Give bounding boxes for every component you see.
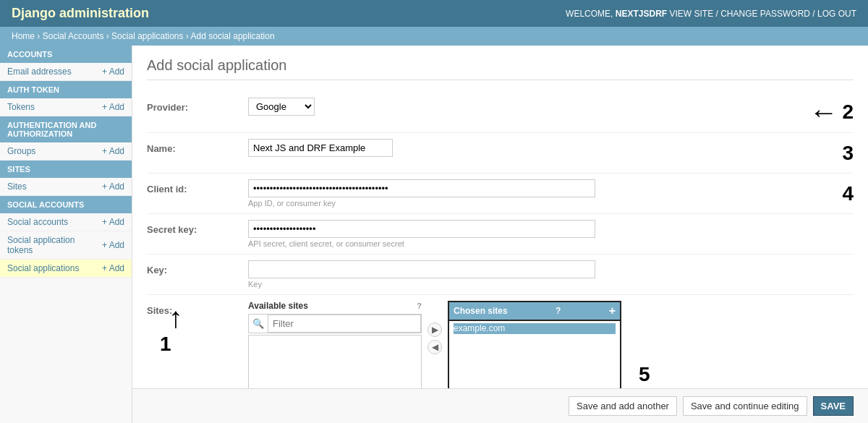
provider-field: Amazon Dropbox Facebook GitHub Google In… [248,98,794,116]
groups-link[interactable]: Groups [7,146,35,156]
sidebar: ACCOUNTS Email addresses + Add AUTH TOKE… [0,46,132,423]
save-button[interactable]: SAVE [813,396,854,416]
client-id-field: App ID, or consumer key [248,179,835,208]
name-row: Name: 3 [147,133,854,174]
tokens-add-link[interactable]: + Add [102,102,124,112]
sites-filter-input[interactable] [268,315,421,333]
sidebar-item-social-accounts: Social accounts + Add [0,213,132,231]
sites-add-link[interactable]: + Add [102,181,124,192]
available-sites-title: Available sites ? [248,301,422,311]
secret-key-row: Secret key: API secret, client secret, o… [147,214,854,255]
name-label: Name: [147,139,248,154]
provider-row: Provider: Amazon Dropbox Facebook GitHub… [147,92,854,133]
chosen-sites-help-icon: ? [556,306,561,316]
log-out-link[interactable]: LOG OUT [817,9,856,19]
site-title: Django administration [12,6,149,21]
secret-key-label: Secret key: [147,220,248,235]
social-app-tokens-add-link[interactable]: + Add [102,240,124,250]
client-id-input[interactable] [248,179,595,197]
header: Django administration WELCOME, NEXTJSDRF… [0,0,868,27]
breadcrumb-current: Add social application [191,31,275,41]
welcome-text: WELCOME, [566,9,613,19]
key-field: Key [248,260,854,289]
main-content: Add social application Provider: Amazon … [132,46,868,423]
username: NEXTJSDRF [616,9,667,19]
tokens-link[interactable]: Tokens [7,102,35,112]
email-addresses-link[interactable]: Email addresses [7,67,72,77]
chosen-site-option: example.com [454,323,616,333]
chosen-sites-add-button[interactable]: + [609,304,616,317]
key-label: Key: [147,260,248,275]
search-icon: 🔍 [249,316,268,331]
key-row: Key: Key [147,255,854,295]
available-sites-help-icon: ? [417,302,422,310]
client-id-label: Client id: [147,179,248,195]
header-nav: WELCOME, NEXTJSDRF VIEW SITE / CHANGE PA… [566,9,856,19]
container: ACCOUNTS Email addresses + Add AUTH TOKE… [0,46,868,423]
change-password-link[interactable]: CHANGE PASSWORD [720,9,810,19]
authentication-section-header: AUTHENTICATION AND AUTHORIZATION [0,116,132,142]
save-and-add-button[interactable]: Save and add another [569,396,677,416]
view-site-link[interactable]: VIEW SITE [669,9,713,19]
breadcrumb-social-applications[interactable]: Social applications [111,31,183,41]
chosen-sites-header: Chosen sites ? + [448,301,621,320]
social-app-tokens-link[interactable]: Social application tokens [7,235,102,255]
client-id-row: Client id: App ID, or consumer key 4 [147,174,854,214]
name-field [248,139,835,157]
arrow-buttons: ▶ ◀ [427,301,442,354]
key-help: Key [248,280,854,289]
sites-label: Sites: [147,301,248,316]
secret-key-field: API secret, client secret, or consumer s… [248,220,854,248]
sidebar-item-sites: Sites + Add [0,178,132,196]
key-input[interactable] [248,260,595,278]
sidebar-item-groups: Groups + Add [0,142,132,161]
sidebar-item-tokens: Tokens + Add [0,98,132,116]
move-left-button[interactable]: ◀ [427,340,442,354]
breadcrumb-home[interactable]: Home [12,31,35,41]
social-applications-add-link[interactable]: + Add [102,263,124,273]
sites-filter[interactable]: 🔍 [248,314,422,333]
breadcrumb: Home › Social Accounts › Social applicat… [0,27,868,46]
save-and-continue-button[interactable]: Save and continue editing [683,396,807,416]
main-content-wrap: Add social application Provider: Amazon … [132,46,868,423]
sidebar-item-social-app-tokens: Social application tokens + Add [0,231,132,260]
secret-key-input[interactable] [248,220,595,238]
social-applications-link[interactable]: Social applications [7,263,79,273]
groups-add-link[interactable]: + Add [102,146,124,156]
provider-select[interactable]: Amazon Dropbox Facebook GitHub Google In… [248,98,315,116]
social-accounts-link[interactable]: Social accounts [7,217,68,227]
client-id-help: App ID, or consumer key [248,199,835,208]
auth-token-section-header: AUTH TOKEN [0,81,132,98]
sidebar-item-email-addresses: Email addresses + Add [0,63,132,81]
sidebar-item-social-applications: Social applications + Add [0,260,132,278]
social-accounts-section-header: SOCIAL ACCOUNTS [0,196,132,213]
sites-link[interactable]: Sites [7,181,27,192]
name-input[interactable] [248,139,393,157]
footer: Save and add another Save and continue e… [132,388,868,423]
page-title: Add social application [147,57,854,80]
breadcrumb-social-accounts[interactable]: Social Accounts [43,31,104,41]
accounts-section-header: ACCOUNTS [0,46,132,63]
secret-key-help: API secret, client secret, or consumer s… [248,239,854,248]
social-accounts-add-link[interactable]: + Add [102,217,124,227]
email-addresses-add-link[interactable]: + Add [102,67,124,77]
move-right-button[interactable]: ▶ [427,322,442,337]
sites-section-header: SITES [0,161,132,178]
provider-label: Provider: [147,98,248,113]
